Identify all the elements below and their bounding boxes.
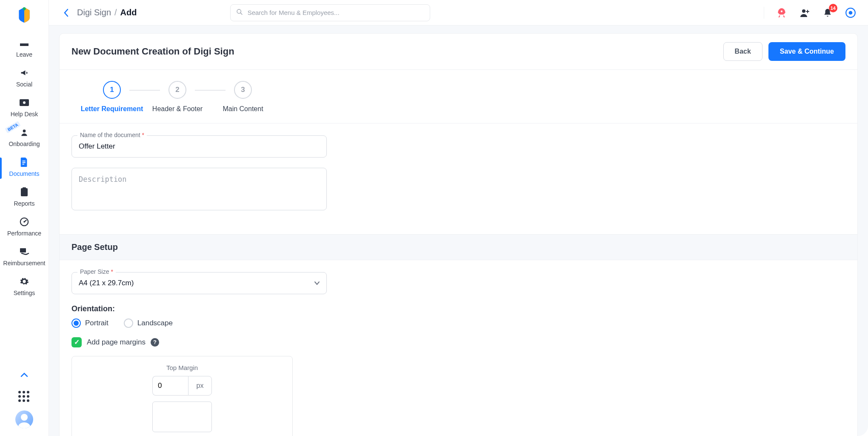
- page-title: New Document Creation of Digi Sign: [71, 46, 234, 57]
- sidebar-item-label: Documents: [9, 170, 40, 177]
- sidebar-item-label: Leave: [16, 51, 32, 58]
- sidebar-item-label: Onboarding: [9, 141, 40, 147]
- sidebar-item-performance[interactable]: Performance: [0, 213, 49, 243]
- svg-point-12: [21, 414, 28, 421]
- radio-icon: [124, 318, 133, 328]
- svg-point-13: [18, 422, 30, 428]
- sidebar: ▬ Leave Social Help Desk Onboarding Do: [0, 0, 49, 436]
- topbar: Digi Sign / Add 14: [49, 0, 868, 26]
- select-value: A4 (21 x 29.7cm): [79, 279, 134, 287]
- gear-icon: [19, 277, 30, 286]
- notification-badge: 14: [829, 4, 837, 12]
- sidebar-item-reimbursement[interactable]: Reimbursement: [0, 243, 49, 272]
- breadcrumb-parent[interactable]: Digi Sign: [77, 8, 111, 17]
- breadcrumb: Digi Sign / Add: [77, 8, 137, 17]
- page-setup-title: Page Setup: [60, 234, 857, 260]
- rocket-icon[interactable]: [776, 7, 787, 18]
- main-card: New Document Creation of Digi Sign Back …: [59, 33, 858, 436]
- svg-rect-5: [22, 162, 25, 163]
- orientation-portrait-radio[interactable]: Portrait: [71, 318, 108, 328]
- margins-label: Add page margins: [87, 338, 146, 347]
- radio-icon: [71, 318, 81, 328]
- step-label: Header & Footer: [152, 105, 203, 114]
- notification-bell-icon[interactable]: 14: [822, 7, 833, 18]
- sidebar-item-reports[interactable]: Reports: [0, 183, 49, 213]
- gauge-icon: [19, 217, 30, 227]
- chevron-down-icon: [314, 280, 320, 287]
- description-field: [71, 168, 327, 212]
- help-icon[interactable]: ?: [151, 338, 159, 347]
- step-number: 1: [103, 81, 121, 99]
- step-3[interactable]: 3 Main Content: [203, 81, 283, 114]
- radio-label: Landscape: [137, 319, 173, 327]
- collapse-sidebar-icon[interactable]: [17, 367, 31, 383]
- save-continue-button[interactable]: Save & Continue: [768, 42, 845, 61]
- step-label: Main Content: [223, 105, 263, 114]
- divider: [764, 7, 764, 19]
- margin-unit: px: [188, 376, 212, 396]
- sidebar-item-label: Performance: [7, 230, 41, 237]
- sidebar-item-onboarding[interactable]: Onboarding: [0, 123, 49, 153]
- clipboard-icon: [19, 187, 30, 197]
- svg-point-18: [849, 11, 853, 14]
- step-label: Letter Requirement: [81, 105, 143, 114]
- svg-rect-8: [23, 187, 26, 189]
- step-number: 3: [234, 81, 252, 99]
- sidebar-item-helpdesk[interactable]: Help Desk: [0, 94, 49, 123]
- orientation-label: Orientation:: [71, 304, 845, 313]
- back-chevron-icon[interactable]: [61, 8, 71, 18]
- sidebar-item-settings[interactable]: Settings: [0, 272, 49, 302]
- step-number: 2: [168, 81, 186, 99]
- minus-icon: ▬: [19, 38, 30, 48]
- breadcrumb-current: Add: [120, 8, 137, 17]
- sidebar-item-label: Help Desk: [11, 111, 38, 118]
- svg-point-0: [23, 7, 26, 10]
- svg-rect-11: [20, 248, 26, 252]
- stepper: 1 Letter Requirement 2 Header & Footer 3…: [60, 69, 857, 123]
- svg-rect-6: [22, 164, 24, 165]
- content-area[interactable]: New Document Creation of Digi Sign Back …: [49, 26, 868, 436]
- document-icon: [19, 158, 30, 167]
- megaphone-icon: [19, 68, 30, 77]
- svg-point-2: [23, 101, 26, 104]
- app-logo[interactable]: [16, 6, 32, 24]
- svg-point-10: [23, 221, 25, 223]
- sidebar-item-label: Settings: [14, 290, 35, 296]
- svg-point-3: [23, 129, 26, 132]
- document-name-input[interactable]: [71, 135, 327, 158]
- top-margin-input[interactable]: [152, 376, 188, 396]
- sidebar-item-social[interactable]: Social: [0, 64, 49, 94]
- paper-size-select[interactable]: A4 (21 x 29.7cm): [71, 272, 327, 294]
- money-hand-icon: [19, 247, 30, 256]
- svg-rect-7: [21, 188, 28, 196]
- user-avatar[interactable]: [15, 410, 33, 428]
- document-name-field: Name of the document *: [71, 135, 327, 158]
- margin-preview-box: Top Margin px Left Margin Right Margin: [71, 356, 293, 436]
- radio-label: Portrait: [85, 319, 108, 327]
- svg-rect-4: [22, 161, 25, 161]
- back-button[interactable]: Back: [723, 42, 762, 61]
- add-user-icon[interactable]: [799, 7, 810, 18]
- sidebar-item-label: Reimbursement: [3, 260, 46, 267]
- sidebar-item-documents[interactable]: Documents: [0, 153, 49, 183]
- orientation-landscape-radio[interactable]: Landscape: [124, 318, 173, 328]
- top-margin-label: Top Margin: [166, 364, 198, 371]
- description-input[interactable]: [71, 168, 327, 210]
- svg-point-16: [802, 9, 805, 13]
- paper-size-field: Paper Size * A4 (21 x 29.7cm): [71, 272, 327, 294]
- sidebar-item-label: Reports: [14, 200, 34, 207]
- sidebar-item-label: Social: [16, 81, 32, 88]
- search-input[interactable]: [230, 4, 430, 21]
- chat-icon[interactable]: [845, 7, 856, 18]
- ticket-icon: [19, 98, 30, 107]
- field-label: Paper Size *: [77, 268, 116, 275]
- page-preview-shape: [152, 402, 212, 432]
- person-icon: [19, 128, 30, 137]
- main: Digi Sign / Add 14: [49, 0, 868, 436]
- margins-checkbox[interactable]: ✓: [71, 337, 82, 347]
- field-label: Name of the document *: [77, 132, 147, 138]
- search-icon: [236, 9, 243, 17]
- svg-point-15: [781, 10, 782, 12]
- app-grid-button[interactable]: [18, 391, 30, 403]
- sidebar-item-leave[interactable]: ▬ Leave: [0, 34, 49, 64]
